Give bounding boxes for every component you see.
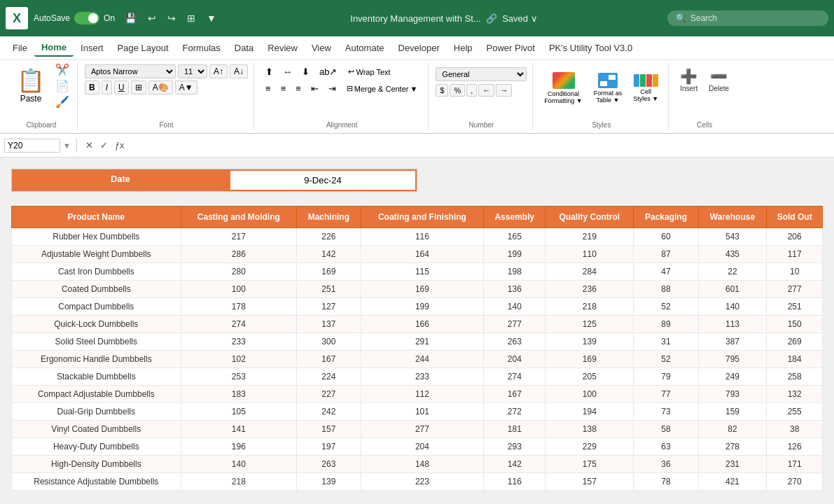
menu-help[interactable]: Help: [447, 40, 480, 56]
cell-value[interactable]: 164: [361, 246, 484, 263]
menu-home[interactable]: Home: [34, 39, 74, 57]
font-size-select[interactable]: 11: [178, 64, 207, 78]
cell-value[interactable]: 293: [484, 438, 545, 456]
table-row[interactable]: Dual-Grip Dumbbells105242101272194731592…: [12, 403, 823, 421]
cell-value[interactable]: 229: [545, 438, 634, 456]
italic-button[interactable]: I: [102, 80, 112, 94]
cell-value[interactable]: 140: [698, 298, 767, 316]
cell-product-name[interactable]: High-Density Dumbbells: [12, 456, 181, 473]
cell-value[interactable]: 181: [484, 421, 545, 438]
cell-value[interactable]: 169: [297, 263, 361, 281]
cell-value[interactable]: 204: [361, 438, 484, 456]
table-row[interactable]: Vinyl Coated Dumbbells141157277181138588…: [12, 421, 823, 438]
cell-value[interactable]: 115: [361, 263, 484, 281]
increase-font-button[interactable]: A↑: [209, 64, 228, 78]
cell-value[interactable]: 270: [767, 473, 823, 491]
cell-value[interactable]: 159: [698, 403, 767, 421]
autosave-toggle[interactable]: [74, 12, 99, 24]
cell-value[interactable]: 100: [181, 281, 297, 298]
cell-product-name[interactable]: Compact Dumbbells: [12, 298, 181, 316]
cell-value[interactable]: 224: [297, 368, 361, 386]
cell-value[interactable]: 140: [181, 456, 297, 473]
cell-value[interactable]: 277: [361, 421, 484, 438]
cell-value[interactable]: 157: [545, 473, 634, 491]
cell-value[interactable]: 136: [484, 281, 545, 298]
cell-value[interactable]: 142: [297, 246, 361, 263]
cell-value[interactable]: 196: [181, 438, 297, 456]
cell-value[interactable]: 231: [698, 456, 767, 473]
cell-value[interactable]: 184: [767, 351, 823, 368]
menu-file[interactable]: File: [6, 40, 34, 56]
cell-value[interactable]: 73: [634, 403, 698, 421]
cell-product-name[interactable]: Stackable Dumbbells: [12, 368, 181, 386]
merge-center-button[interactable]: ⊟ Merge & Center ▼: [342, 82, 423, 95]
font-family-select[interactable]: Aptos Narrow: [85, 64, 176, 78]
cell-value[interactable]: 105: [181, 403, 297, 421]
cell-value[interactable]: 140: [484, 298, 545, 316]
cell-value[interactable]: 263: [484, 333, 545, 351]
formula-input[interactable]: [130, 139, 830, 152]
cell-value[interactable]: 89: [634, 316, 698, 333]
cell-value[interactable]: 219: [545, 228, 634, 246]
menu-data[interactable]: Data: [228, 40, 260, 56]
cell-value[interactable]: 78: [634, 473, 698, 491]
cell-value[interactable]: 116: [361, 228, 484, 246]
cell-value[interactable]: 218: [181, 473, 297, 491]
cell-product-name[interactable]: Compact Adjustable Dumbbells: [12, 386, 181, 403]
grid-icon[interactable]: ⊞: [183, 10, 200, 26]
cell-value[interactable]: 223: [361, 473, 484, 491]
cell-value[interactable]: 10: [767, 263, 823, 281]
cell-value[interactable]: 199: [361, 298, 484, 316]
cell-value[interactable]: 300: [297, 333, 361, 351]
bold-button[interactable]: B: [85, 80, 99, 94]
confirm-formula-button[interactable]: ✓: [97, 139, 111, 151]
align-center-button[interactable]: ≡: [277, 81, 291, 96]
cell-value[interactable]: 125: [545, 316, 634, 333]
cell-product-name[interactable]: Coated Dumbbells: [12, 281, 181, 298]
cell-value[interactable]: 169: [361, 281, 484, 298]
cell-value[interactable]: 205: [545, 368, 634, 386]
delete-button[interactable]: ➖ Delete: [704, 67, 733, 94]
menu-review[interactable]: Review: [260, 40, 305, 56]
cell-value[interactable]: 22: [698, 263, 767, 281]
table-row[interactable]: Solid Steel Dumbbells2333002912631393138…: [12, 333, 823, 351]
table-row[interactable]: Ergonomic Handle Dumbbells10216724420416…: [12, 351, 823, 368]
paste-button[interactable]: 📋 Paste: [11, 64, 50, 106]
cell-value[interactable]: 435: [698, 246, 767, 263]
cell-value[interactable]: 63: [634, 438, 698, 456]
table-row[interactable]: Rubber Hex Dumbbells21722611616521960543…: [12, 228, 823, 246]
number-format-select[interactable]: General: [436, 67, 527, 81]
cell-value[interactable]: 249: [698, 368, 767, 386]
cell-product-name[interactable]: Dual-Grip Dumbbells: [12, 403, 181, 421]
cell-value[interactable]: 421: [698, 473, 767, 491]
menu-power-pivot[interactable]: Power Pivot: [480, 40, 542, 56]
cell-value[interactable]: 31: [634, 333, 698, 351]
cell-value[interactable]: 87: [634, 246, 698, 263]
cell-value[interactable]: 277: [767, 281, 823, 298]
cell-value[interactable]: 165: [484, 228, 545, 246]
text-angle-button[interactable]: ab↗: [315, 64, 341, 79]
increase-decimal-button[interactable]: →: [496, 84, 512, 97]
cell-value[interactable]: 167: [297, 351, 361, 368]
cell-value[interactable]: 242: [297, 403, 361, 421]
table-row[interactable]: Compact Adjustable Dumbbells183227112167…: [12, 386, 823, 403]
cut-icon[interactable]: ✂️: [53, 62, 71, 77]
cell-value[interactable]: 102: [181, 351, 297, 368]
cell-value[interactable]: 217: [181, 228, 297, 246]
menu-developer[interactable]: Developer: [391, 40, 447, 56]
cell-value[interactable]: 166: [361, 316, 484, 333]
cell-value[interactable]: 47: [634, 263, 698, 281]
align-middle-button[interactable]: ↔: [279, 64, 296, 79]
undo-icon[interactable]: ↩: [144, 10, 160, 26]
cell-value[interactable]: 255: [767, 403, 823, 421]
cell-value[interactable]: 82: [698, 421, 767, 438]
cell-value[interactable]: 126: [767, 438, 823, 456]
cell-value[interactable]: 127: [297, 298, 361, 316]
table-row[interactable]: Compact Dumbbells17812719914021852140251: [12, 298, 823, 316]
percent-button[interactable]: %: [450, 84, 465, 97]
cell-value[interactable]: 183: [181, 386, 297, 403]
cell-value[interactable]: 543: [698, 228, 767, 246]
cell-value[interactable]: 218: [545, 298, 634, 316]
format-painter-icon[interactable]: 🖌️: [53, 94, 71, 109]
cell-value[interactable]: 137: [297, 316, 361, 333]
